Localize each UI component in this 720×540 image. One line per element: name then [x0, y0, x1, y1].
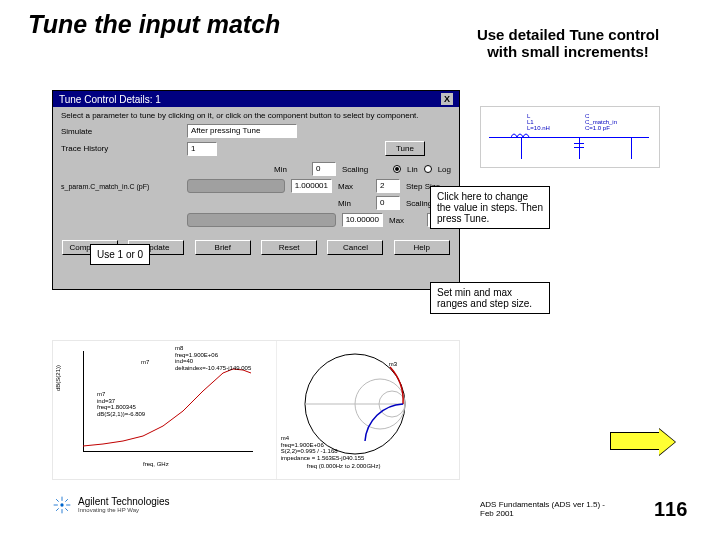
min-label-2: Min	[338, 199, 370, 208]
log-label: Log	[438, 165, 451, 174]
help-button[interactable]: Help	[394, 240, 450, 255]
svg-line-9	[56, 499, 59, 502]
dialog-titlebar[interactable]: Tune Control Details: 1 X	[53, 91, 459, 107]
brief-button[interactable]: Brief	[195, 240, 251, 255]
svg-point-4	[60, 503, 63, 506]
footer-course: ADS Fundamentals (ADS ver 1.5) - Feb 200…	[480, 500, 620, 518]
dialog-instruction: Select a parameter to tune by clicking o…	[61, 111, 451, 120]
slide-title: Tune the input match	[28, 10, 280, 39]
svg-line-11	[56, 508, 59, 511]
callout-set-ranges: Set min and max ranges and step size.	[430, 282, 550, 314]
schematic-c-block: C C_match_in C=1.0 pF	[585, 113, 617, 131]
dialog-title-text: Tune Control Details: 1	[59, 94, 161, 105]
marker-m7-box: m7 ind=37 freq=1.800345 dB(S(2,1))=-6.80…	[97, 391, 145, 417]
max-input-1[interactable]: 2	[376, 179, 400, 193]
cancel-button[interactable]: Cancel	[327, 240, 383, 255]
xlabel: freq, GHz	[143, 461, 169, 467]
simulate-select[interactable]: After pressing Tune	[187, 124, 297, 138]
slider2[interactable]	[187, 213, 336, 227]
svg-line-12	[65, 499, 68, 502]
trace-history-label: Trace History	[61, 144, 181, 153]
simulate-label: Simulate	[61, 127, 181, 136]
log-radio[interactable]	[424, 165, 432, 173]
min-input-1[interactable]: 0	[312, 162, 336, 176]
footer-company: Agilent Technologies	[78, 497, 170, 507]
result-plots: dB(S(21)) freq, GHz m7 ind=37 freq=1.800…	[52, 340, 460, 480]
marker-m4-box: m4 freq=1.900E+06 S(2,2)=0.995 / -1.168 …	[281, 435, 365, 461]
smith-chart: m3 freq (0.000Hz to 2.000GHz) m4 freq=1.…	[277, 341, 459, 479]
ylabel: dB(S(21))	[55, 365, 61, 391]
max-label-1: Max	[338, 182, 370, 191]
reset-button[interactable]: Reset	[261, 240, 317, 255]
page-number: 116	[654, 498, 687, 521]
marker-m3-tag: m3	[389, 361, 397, 367]
min-label-1: Min	[274, 165, 306, 174]
min-input-2[interactable]: 0	[376, 196, 400, 210]
next-arrow-icon[interactable]	[610, 432, 660, 450]
schematic-thumbnail: L L1 L=10.nH C C_match_in C=1.0 pF	[480, 106, 660, 168]
slider1[interactable]	[187, 179, 285, 193]
footer-logo: Agilent Technologies Innovating the HP W…	[52, 495, 170, 515]
tune-button[interactable]: Tune	[385, 141, 425, 156]
slide-subtitle: Use detailed Tune control with small inc…	[468, 26, 668, 60]
callout-use-1-or-0: Use 1 or 0	[90, 244, 150, 265]
marker-m7-tag: m7	[141, 359, 149, 365]
lin-label: Lin	[407, 165, 418, 174]
agilent-spark-icon	[52, 495, 72, 515]
marker-m8-box: m8 freq=1.900E+06 ind=40 deltaindex=-10.…	[175, 345, 251, 371]
slider2-value[interactable]: 10.00000	[342, 213, 383, 227]
slider1-label: s_param.C_match_in.C (pF)	[61, 183, 181, 190]
db-s21-plot: dB(S(21)) freq, GHz m7 ind=37 freq=1.800…	[53, 341, 277, 479]
close-icon[interactable]: X	[441, 93, 453, 105]
svg-line-10	[65, 508, 68, 511]
scaling-label: Scaling	[342, 165, 387, 174]
lin-radio[interactable]	[393, 165, 401, 173]
slider1-value[interactable]: 1.000001	[291, 179, 332, 193]
smith-footer: freq (0.000Hz to 2.000GHz)	[307, 463, 381, 469]
schematic-l-block: L L1 L=10.nH	[527, 113, 550, 131]
max-label-2: Max	[389, 216, 421, 225]
callout-click-change: Click here to change the value in steps.…	[430, 186, 550, 229]
footer-tagline: Innovating the HP Way	[78, 507, 170, 513]
trace-history-input[interactable]: 1	[187, 142, 217, 156]
